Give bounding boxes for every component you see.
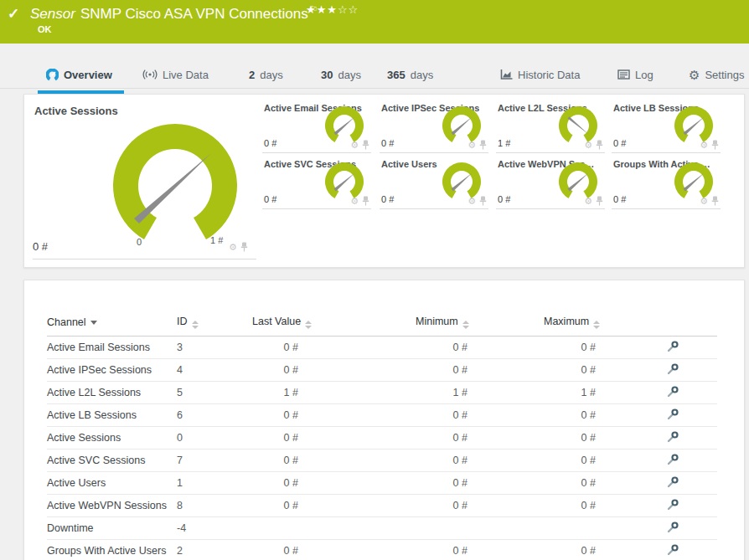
channel-name: Active Users [47,472,177,495]
gauge-cell-active-lb-sessions[interactable]: Active LB Sessions 0 # ⚙ [612,101,721,153]
table-row[interactable]: Active LB Sessions 6 0 # 0 # 0 # [47,404,717,427]
gauge-cell-groups-with-active-users[interactable]: Groups With Active Users 0 # ⚙ [612,157,721,209]
gauge-settings-icon[interactable]: ⚙ [584,141,592,150]
wrench-icon[interactable] [667,454,679,465]
main-gauge-actions: ⚙ [229,242,248,252]
gauge-cell-active-email-sessions[interactable]: Active Email Sessions 0 # ⚙ [262,101,371,153]
tab-settings-label: Settings [705,69,744,81]
channel-last-value: 1 # [252,387,298,398]
table-row[interactable]: Active Email Sessions 3 0 # 0 # 0 # [47,337,717,359]
gauge-cell-active-webvpn-sessions[interactable]: Active WebVPN Sessions 0 # ⚙ [496,157,605,209]
tab-log-label: Log [635,69,653,81]
channel-name: Active L2L Sessions [47,382,177,404]
gauge-cell-active-users[interactable]: Active Users 0 # ⚙ [380,157,488,209]
sort-icon [593,321,600,329]
gauge-value: 0 # [264,138,276,148]
tab-log[interactable]: Log [617,64,653,85]
table-row[interactable]: Groups With Active Users 2 0 # 0 # 0 # [47,540,717,560]
channel-id: 3 [177,337,252,359]
tab-historic-data[interactable]: Historic Data [500,64,580,85]
channel-id: 7 [177,450,252,472]
gauge-cell-active-svc-sessions[interactable]: Active SVC Sessions 0 # ⚙ [262,157,371,209]
table-row[interactable]: Active Users 1 0 # 0 # 0 # [47,472,717,495]
channel-name: Active IPSec Sessions [47,359,177,382]
gauge-cell-active-ipsec-sessions[interactable]: Active IPSec Sessions 0 # ⚙ [380,101,488,153]
channel-last-value: 0 # [252,545,298,557]
channel-name: Active Sessions [47,427,177,450]
channel-maximum: 1 # [544,387,596,398]
gauges-panel: Active Sessions 0 # 0 1 # ⚙ Active Email… [23,94,745,268]
table-row[interactable]: Active WebVPN Sessions 8 0 # 0 # 0 # [47,495,717,517]
pin-icon[interactable] [240,242,248,252]
gauge-settings-icon[interactable]: ⚙ [584,197,592,206]
gauge-title: Active Users [381,159,437,169]
channel-maximum: 0 # [544,432,596,444]
tab-strip: Overview Live Data 2 days 30 days 365 da… [0,44,749,89]
pin-icon[interactable] [362,196,369,206]
gauge-value: 0 # [613,194,626,204]
tab-365-days[interactable]: 365 days [387,64,433,85]
table-row[interactable]: Active IPSec Sessions 4 0 # 0 # 0 # [47,359,717,382]
pin-icon[interactable] [711,140,719,150]
table-row[interactable]: Active SVC Sessions 7 0 # 0 # 0 # [47,450,717,472]
wrench-icon[interactable] [667,386,679,398]
channel-last-value: 0 # [252,364,298,376]
page-title: SNMP Cisco ASA VPN Connections [80,6,308,22]
channel-name: Groups With Active Users [47,540,177,560]
wrench-icon[interactable] [667,431,679,443]
gauge-settings-icon[interactable]: ⚙ [350,141,359,150]
gauge-actions: ⚙ [350,196,369,206]
gauge-settings-icon[interactable]: ⚙ [700,141,708,150]
gauge-settings-icon[interactable]: ⚙ [229,243,237,252]
channel-id: 8 [177,495,252,517]
wrench-icon[interactable] [667,363,679,375]
channel-id: 4 [177,359,252,382]
tab-30-days-number: 30 [321,69,333,81]
tab-overview[interactable]: Overview [46,64,112,85]
gauge-value: 0 # [381,138,394,148]
column-header-channel[interactable]: Channel [47,311,177,337]
channels-table: Channel ID Last Value Minimum Maximum Ac… [47,311,717,560]
status-check-icon: ✓ [8,5,19,23]
column-header-maximum[interactable]: Maximum [544,311,667,337]
table-row[interactable]: Active Sessions 0 0 # 0 # 0 # [47,427,717,450]
tab-settings[interactable]: ⚙ Settings [689,64,744,85]
pin-icon[interactable] [362,140,369,150]
tab-overview-label: Overview [64,69,112,81]
gauge-cell-active-l2l-sessions[interactable]: Active L2L Sessions 1 # ⚙ [496,101,605,153]
tab-30-days-unit: days [338,69,360,81]
wrench-icon[interactable] [667,544,679,556]
tab-historic-data-label: Historic Data [518,69,580,81]
pin-icon[interactable] [596,196,603,206]
tab-2-days[interactable]: 2 days [249,64,283,85]
table-row[interactable]: Active L2L Sessions 5 1 # 1 # 1 # [47,382,717,404]
priority-stars[interactable]: ★★★☆☆ [306,3,359,16]
tab-30-days[interactable]: 30 days [321,64,361,85]
gauge-settings-icon[interactable]: ⚙ [350,197,359,206]
column-header-id[interactable]: ID [177,311,252,337]
pin-icon[interactable] [479,140,487,150]
gauge-settings-icon[interactable]: ⚙ [467,197,476,206]
gear-icon: ⚙ [689,69,700,81]
channel-name: Active Email Sessions [47,337,177,359]
gauge-settings-icon[interactable]: ⚙ [700,197,708,206]
tab-2-days-number: 2 [249,69,255,81]
column-header-minimum[interactable]: Minimum [416,311,544,337]
channel-maximum: 0 # [544,545,596,557]
wrench-icon[interactable] [667,341,679,352]
wrench-icon[interactable] [667,499,679,511]
wrench-icon[interactable] [667,476,679,488]
pin-icon[interactable] [596,140,603,150]
wrench-icon[interactable] [667,408,679,420]
table-row[interactable]: Downtime -4 [47,517,717,540]
column-header-last-value[interactable]: Last Value [252,311,416,337]
wrench-icon[interactable] [667,521,679,533]
tab-live-data[interactable]: Live Data [142,64,209,85]
channel-id: 0 [177,427,252,450]
pin-icon[interactable] [711,196,719,206]
gauge-actions: ⚙ [467,196,487,206]
channel-minimum: 0 # [416,455,467,466]
gauge-settings-icon[interactable]: ⚙ [467,141,476,150]
gauge-actions: ⚙ [584,196,603,206]
pin-icon[interactable] [479,196,487,206]
